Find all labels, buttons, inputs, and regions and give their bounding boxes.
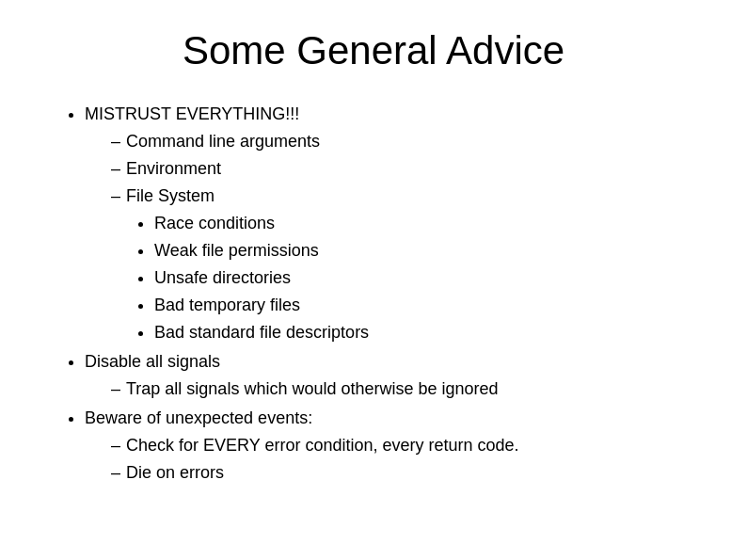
item-label: Race conditions xyxy=(154,214,275,232)
subsublist: Race conditions Weak file permissions Un… xyxy=(126,211,691,345)
content-area: MISTRUST EVERYTHING!!! Command line argu… xyxy=(56,102,691,486)
item-label: Command line arguments xyxy=(126,132,320,151)
list-item: Check for EVERY error condition, every r… xyxy=(111,433,691,458)
sublist: Trap all signals which would otherwise b… xyxy=(85,376,691,402)
main-list: MISTRUST EVERYTHING!!! Command line argu… xyxy=(56,102,691,486)
sublist: Check for EVERY error condition, every r… xyxy=(85,433,691,486)
list-item: Command line arguments xyxy=(111,129,691,154)
sublist: Command line arguments Environment File … xyxy=(85,129,691,345)
list-item: Race conditions xyxy=(154,211,691,236)
list-item: Disable all signals Trap all signals whi… xyxy=(85,349,691,402)
list-item: MISTRUST EVERYTHING!!! Command line argu… xyxy=(85,102,691,345)
item-label: Weak file permissions xyxy=(154,241,319,260)
list-item: Weak file permissions xyxy=(154,238,691,264)
item-label: Bad standard file descriptors xyxy=(154,323,369,342)
page: Some General Advice MISTRUST EVERYTHING!… xyxy=(0,0,747,560)
page-title: Some General Advice xyxy=(56,28,691,73)
item-label: Check for EVERY error condition, every r… xyxy=(126,436,519,455)
item-label: Trap all signals which would otherwise b… xyxy=(126,379,499,398)
list-item: Environment xyxy=(111,156,691,182)
list-item: Bad standard file descriptors xyxy=(154,320,691,345)
item-label: Unsafe directories xyxy=(154,268,291,287)
item-label: Die on errors xyxy=(126,463,224,482)
list-item: File System Race conditions Weak file pe… xyxy=(111,184,691,345)
item-label: Bad temporary files xyxy=(154,296,300,314)
list-item: Bad temporary files xyxy=(154,293,691,318)
item-label: Environment xyxy=(126,159,221,178)
item-label: MISTRUST EVERYTHING!!! xyxy=(85,104,299,123)
item-label: Disable all signals xyxy=(85,352,220,371)
list-item: Beware of unexpected events: Check for E… xyxy=(85,406,691,486)
list-item: Die on errors xyxy=(111,460,691,486)
item-label: Beware of unexpected events: xyxy=(85,408,312,427)
list-item: Trap all signals which would otherwise b… xyxy=(111,376,691,402)
item-label: File System xyxy=(126,186,215,205)
list-item: Unsafe directories xyxy=(154,265,691,291)
